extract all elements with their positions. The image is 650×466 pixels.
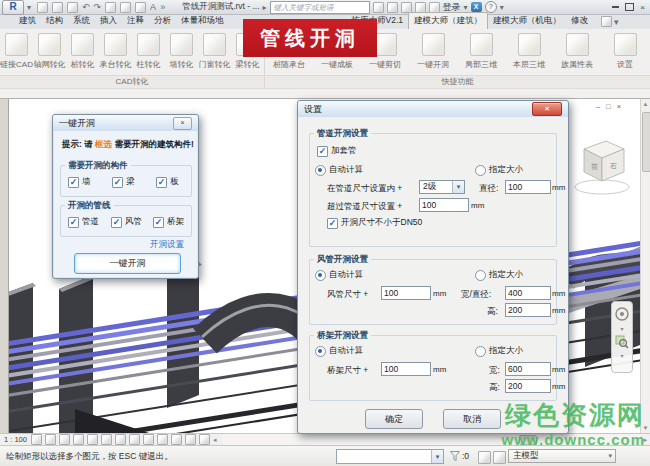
tab-modeling-master-arch[interactable]: 建模大师（建筑） xyxy=(408,12,488,29)
detail-level-icon[interactable] xyxy=(45,434,56,445)
radio-pipe-fixed[interactable]: 指定大小 xyxy=(475,164,523,176)
ribbon-button-column-convert[interactable]: 柱转化 xyxy=(132,29,165,75)
open-icon[interactable] xyxy=(37,2,48,13)
print-icon[interactable] xyxy=(105,2,116,13)
title-play-icon[interactable]: ▸ xyxy=(263,3,267,12)
radio-duct-fixed[interactable]: 指定大小 xyxy=(475,269,523,281)
ribbon-button-settings[interactable]: 设置 xyxy=(601,29,649,75)
undo-icon[interactable]: ↶ xyxy=(82,2,90,12)
sun-path-icon[interactable] xyxy=(73,434,84,445)
ribbon-button-one-key-opening[interactable]: 一键开洞 xyxy=(409,29,457,75)
scroll-down-icon[interactable]: ▼ xyxy=(641,425,650,431)
tray-size-input[interactable] xyxy=(381,362,431,376)
navigation-bar[interactable]: ▾ ▾ xyxy=(611,301,633,373)
login-dropdown-icon[interactable]: ▾ xyxy=(464,3,468,12)
select-toggle-icon[interactable] xyxy=(478,451,491,464)
unlock-view-icon[interactable] xyxy=(143,434,154,445)
editable-only-icon[interactable] xyxy=(493,451,506,464)
user-icon[interactable] xyxy=(429,2,440,13)
crop-region-icon[interactable] xyxy=(129,434,140,445)
radio-pipe-auto[interactable]: 自动计算 xyxy=(315,164,363,176)
duct-height-input[interactable] xyxy=(505,303,551,317)
checkbox-min-dn50[interactable]: ✓ 开洞尺寸不小于DN50 xyxy=(327,217,422,229)
duct-size-input[interactable] xyxy=(381,286,431,300)
ribbon-button-link-cad[interactable]: 链接CAD xyxy=(0,29,33,75)
tag-icon[interactable] xyxy=(135,2,146,13)
sync-icon[interactable] xyxy=(67,2,78,13)
search-input[interactable]: 键入关键字或短语 xyxy=(270,1,370,14)
temporary-hide-icon[interactable] xyxy=(157,434,168,445)
checkbox-slab[interactable]: ✓ 板 xyxy=(156,176,179,188)
scale-icon[interactable] xyxy=(31,434,42,445)
tab-massing-site[interactable]: 体量和场地 xyxy=(176,13,229,29)
horizontal-scroll-thumb[interactable] xyxy=(519,435,537,445)
radio-duct-auto[interactable]: 自动计算 xyxy=(315,269,363,281)
view-close-icon[interactable]: × xyxy=(617,102,621,111)
pipe-diameter-input[interactable] xyxy=(505,180,551,194)
collapse-left-icon[interactable]: ◂ xyxy=(210,436,220,444)
ribbon-button-pile-convert[interactable]: 桩转化 xyxy=(66,29,99,75)
tab-annotate[interactable]: 注释 xyxy=(122,13,149,29)
key-icon[interactable] xyxy=(387,2,398,13)
ribbon-button-cap-convert[interactable]: 承台转化 xyxy=(99,29,132,75)
checkbox-beam[interactable]: ✓ 梁 xyxy=(112,176,135,188)
vertical-scrollbar[interactable]: ▲ ▼ xyxy=(640,99,650,433)
view-minimize-icon[interactable]: – xyxy=(596,102,600,111)
save-icon[interactable] xyxy=(52,2,63,13)
user-voice-icon[interactable] xyxy=(401,2,412,13)
shadows-icon[interactable] xyxy=(87,434,98,445)
dialog-titlebar[interactable]: 一键开洞 × xyxy=(53,115,198,131)
ok-button[interactable]: 确定 xyxy=(365,409,423,429)
checkbox-wall[interactable]: ✓ 墙 xyxy=(68,176,91,188)
zoom-icon[interactable] xyxy=(615,335,629,349)
temporary-view-icon[interactable] xyxy=(185,434,196,445)
one-key-opening-button[interactable]: 一键开洞 xyxy=(74,253,181,274)
active-model-select[interactable]: 主模型 ▾ xyxy=(508,449,616,463)
checkbox-tray[interactable]: ✓ 桥架 xyxy=(153,216,184,228)
ribbon-button-grid-convert[interactable]: 轴网转化 xyxy=(33,29,66,75)
ribbon-button-family-property-table[interactable]: 族属性表 xyxy=(553,29,601,75)
exchange-apps-icon[interactable]: X xyxy=(471,2,482,12)
analytical-model-icon[interactable] xyxy=(199,434,210,445)
horizontal-scrollbar[interactable] xyxy=(223,434,640,445)
reveal-hidden-icon[interactable] xyxy=(171,434,182,445)
radio-tray-auto[interactable]: 自动计算 xyxy=(315,345,363,357)
dialog-titlebar[interactable]: 设置 × xyxy=(298,101,568,117)
checkbox-pipe[interactable]: ✓ 管道 xyxy=(68,216,99,228)
tab-modeling-master-mep[interactable]: 建模大师（机电） xyxy=(488,13,566,29)
help-dropdown-icon[interactable]: ▾ xyxy=(500,3,504,12)
binoculars-icon[interactable] xyxy=(373,2,384,13)
pipe-level-select[interactable]: 2级 ▾ xyxy=(419,180,465,194)
steering-wheel-icon[interactable] xyxy=(614,306,630,322)
zoom-dropdown-icon[interactable]: ▾ xyxy=(620,352,623,359)
view-cube[interactable]: 前 右 xyxy=(568,137,632,199)
render-icon[interactable] xyxy=(101,434,112,445)
design-option-select[interactable]: ▾ xyxy=(336,449,444,464)
tab-structure[interactable]: 结构 xyxy=(41,13,68,29)
maximize-button[interactable] xyxy=(625,3,634,11)
tab-insert[interactable]: 插入 xyxy=(95,13,122,29)
opening-settings-link[interactable]: 开洞设置 xyxy=(150,239,184,251)
tray-height-input[interactable] xyxy=(505,379,551,393)
scroll-right-icon[interactable]: ▸ xyxy=(640,436,650,444)
wheel-dropdown-icon[interactable]: ▾ xyxy=(620,325,623,332)
scroll-up-icon[interactable]: ▲ xyxy=(641,99,650,107)
duct-width-input[interactable] xyxy=(505,286,551,300)
visual-style-icon[interactable] xyxy=(59,434,70,445)
star-icon[interactable] xyxy=(415,2,426,13)
text-icon[interactable]: A xyxy=(150,2,156,12)
tab-systems[interactable]: 系统 xyxy=(68,13,95,29)
ribbon-button-local-3d[interactable]: 局部三维 xyxy=(457,29,505,75)
tab-architecture[interactable]: 建筑 xyxy=(14,13,41,29)
close-button[interactable]: × xyxy=(640,3,645,12)
tab-analyze[interactable]: 分析 xyxy=(149,13,176,29)
dialog-close-icon[interactable]: × xyxy=(173,117,192,130)
panel-label-quick[interactable]: 快捷功能 xyxy=(265,75,650,88)
tab-options[interactable]: ▾ xyxy=(601,16,619,29)
tray-width-input[interactable] xyxy=(505,362,551,376)
view-scale[interactable]: 1 : 100 xyxy=(0,435,31,444)
logo-dropdown-icon[interactable]: ▾ xyxy=(27,3,31,12)
filter-icon[interactable] xyxy=(450,451,460,462)
panel-label-cad[interactable]: CAD转化 xyxy=(0,75,264,88)
qat-more-icon[interactable]: » xyxy=(160,2,165,12)
